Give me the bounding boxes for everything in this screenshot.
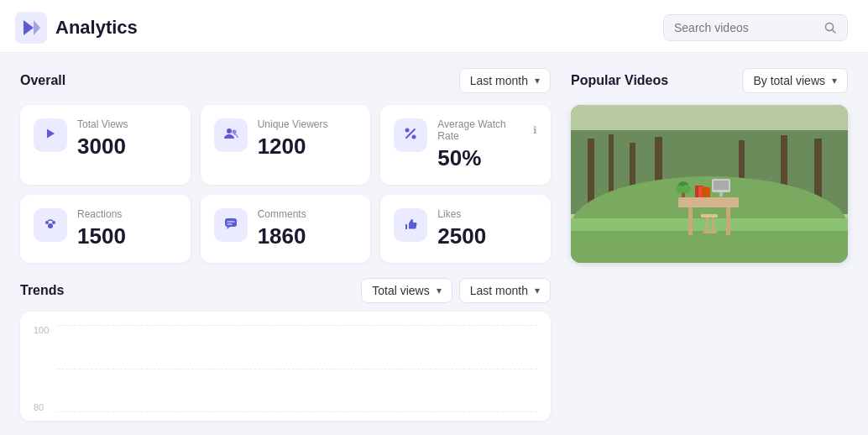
stat-label-unique-viewers: Unique Viewers — [258, 118, 328, 130]
svg-point-7 — [412, 134, 416, 139]
header-left: Analytics — [15, 12, 138, 44]
info-icon[interactable]: ℹ — [533, 124, 537, 136]
stat-card-likes: Likes 2500 — [380, 195, 551, 263]
search-input[interactable] — [674, 21, 817, 34]
main-content: Overall Last month ▾ Total Views 3000 — [0, 53, 868, 421]
reactions-icon — [43, 216, 58, 235]
svg-point-6 — [405, 128, 410, 132]
stat-label-row-avg-watch-rate: Average Watch Rate ℹ — [437, 118, 537, 142]
svg-rect-26 — [688, 206, 693, 235]
trends-period-arrow-icon: ▾ — [535, 285, 540, 296]
trends-metric-arrow-icon: ▾ — [437, 285, 442, 296]
stat-label-row-comments: Comments — [258, 208, 358, 220]
chart-gridline-mid — [57, 369, 537, 369]
stat-value-comments: 1860 — [258, 223, 358, 249]
svg-rect-25 — [571, 218, 848, 231]
popular-sort-dropdown[interactable]: By total views ▾ — [742, 68, 848, 93]
unique-viewers-icon — [223, 126, 238, 145]
svg-rect-29 — [701, 214, 718, 218]
stat-label-likes: Likes — [437, 208, 461, 220]
trends-metric-label: Total views — [372, 284, 429, 297]
trends-title: Trends — [20, 283, 64, 298]
stat-info-likes: Likes 2500 — [437, 208, 537, 249]
overall-title: Overall — [20, 73, 65, 88]
svg-line-2 — [833, 30, 836, 34]
stat-icon-wrap-likes — [394, 208, 427, 242]
trends-period-label: Last month — [470, 284, 528, 297]
chart-label-100: 100 — [34, 325, 49, 335]
stat-info-total-views: Total Views 3000 — [77, 118, 177, 160]
total-views-icon — [43, 126, 58, 145]
stat-value-likes: 2500 — [437, 223, 537, 249]
svg-rect-11 — [225, 218, 237, 227]
svg-point-10 — [52, 221, 55, 224]
stat-value-avg-watch-rate: 50% — [437, 145, 537, 171]
search-icon — [824, 21, 837, 34]
stat-icon-wrap-avg-watch-rate — [394, 118, 427, 152]
svg-point-3 — [227, 128, 232, 134]
trends-chart: 100 80 — [20, 312, 551, 421]
svg-rect-32 — [703, 231, 717, 233]
search-box[interactable] — [663, 14, 848, 41]
stats-grid: Total Views 3000 Unique Viewers 1200 — [20, 105, 551, 263]
stat-card-total-views: Total Views 3000 — [20, 105, 191, 185]
stat-label-comments: Comments — [258, 208, 306, 220]
stat-icon-wrap-comments — [214, 208, 248, 242]
stat-label-avg-watch-rate: Average Watch Rate — [437, 118, 528, 142]
stat-icon-wrap-unique-viewers — [214, 118, 248, 152]
svg-rect-30 — [706, 218, 709, 233]
trends-metric-dropdown[interactable]: Total views ▾ — [361, 278, 452, 303]
stat-card-unique-viewers: Unique Viewers 1200 — [201, 105, 371, 185]
period-dropdown-arrow-icon: ▾ — [535, 75, 540, 86]
trends-section: Trends Total views ▾ Last month ▾ 100 80 — [20, 278, 551, 421]
svg-rect-27 — [726, 206, 730, 235]
stat-label-reactions: Reactions — [77, 208, 122, 220]
popular-videos-header: Popular Videos By total views ▾ — [571, 68, 848, 93]
stat-label-row-unique-viewers: Unique Viewers — [258, 118, 358, 130]
popular-sort-arrow-icon: ▾ — [832, 75, 837, 86]
chart-gridline-top — [57, 325, 537, 326]
stat-label-row-reactions: Reactions — [77, 208, 177, 220]
stat-info-avg-watch-rate: Average Watch Rate ℹ 50% — [437, 118, 537, 171]
avg-watch-rate-icon — [403, 126, 418, 145]
app-logo-icon — [15, 12, 47, 44]
left-panel: Overall Last month ▾ Total Views 3000 — [20, 68, 551, 421]
stat-icon-wrap-total-views — [34, 118, 67, 152]
popular-videos-title: Popular Videos — [571, 73, 668, 88]
period-dropdown[interactable]: Last month ▾ — [459, 68, 551, 93]
likes-icon — [403, 216, 418, 235]
stat-value-total-views: 3000 — [77, 134, 177, 160]
stat-label-total-views: Total Views — [77, 118, 128, 130]
svg-rect-38 — [719, 192, 723, 197]
period-dropdown-label: Last month — [470, 74, 528, 87]
stat-value-reactions: 1500 — [77, 223, 177, 249]
stat-label-row-likes: Likes — [437, 208, 537, 220]
svg-point-8 — [48, 223, 53, 228]
stat-card-comments: Comments 1860 — [201, 195, 371, 263]
chart-gridlines — [57, 325, 537, 412]
stat-icon-wrap-reactions — [34, 208, 67, 242]
page-title: Analytics — [55, 17, 138, 39]
stat-card-reactions: Reactions 1500 — [20, 195, 191, 263]
thumbnail-image — [571, 105, 848, 263]
chart-gridline-bottom — [57, 411, 537, 412]
svg-rect-31 — [712, 218, 714, 233]
chart-label-80: 80 — [34, 402, 49, 412]
svg-point-42 — [682, 185, 691, 193]
stat-label-row-total-views: Total Views — [77, 118, 177, 130]
svg-rect-37 — [714, 181, 729, 190]
comments-icon — [223, 216, 238, 235]
svg-rect-28 — [678, 197, 739, 207]
trends-period-dropdown[interactable]: Last month ▾ — [459, 278, 551, 303]
stat-info-reactions: Reactions 1500 — [77, 208, 177, 249]
overall-section-header: Overall Last month ▾ — [20, 68, 551, 93]
stat-card-avg-watch-rate: Average Watch Rate ℹ 50% — [380, 105, 551, 185]
svg-point-9 — [45, 221, 49, 224]
popular-sort-label: By total views — [753, 74, 825, 87]
stat-value-unique-viewers: 1200 — [258, 134, 358, 160]
popular-video-thumbnail[interactable] — [571, 105, 848, 263]
trends-dropdowns: Total views ▾ Last month ▾ — [361, 278, 551, 303]
stat-info-comments: Comments 1860 — [258, 208, 358, 249]
svg-point-4 — [232, 129, 236, 134]
chart-y-axis: 100 80 — [34, 325, 49, 412]
